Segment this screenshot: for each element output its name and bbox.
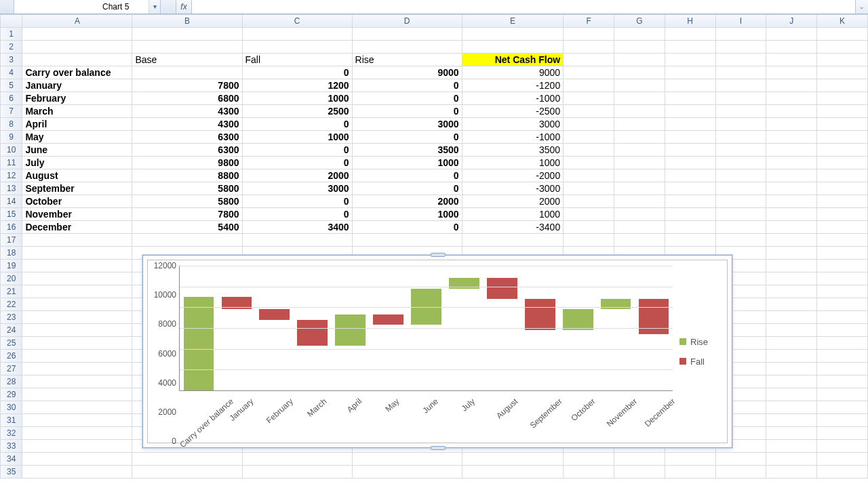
cell-K8[interactable] — [817, 118, 868, 131]
cell-K4[interactable] — [817, 66, 868, 79]
cell-K16[interactable] — [817, 221, 868, 234]
cell-D15[interactable]: 1000 — [352, 208, 462, 221]
cell-I15[interactable] — [715, 208, 766, 221]
row-header-25[interactable]: 25 — [1, 337, 22, 350]
cell-G2[interactable] — [614, 41, 665, 54]
cell-J16[interactable] — [766, 221, 817, 234]
cell-B6[interactable]: 6800 — [132, 92, 242, 105]
col-header-D[interactable]: D — [352, 15, 462, 28]
fx-icon[interactable]: fx — [176, 0, 192, 14]
cell-I4[interactable] — [715, 66, 766, 79]
plot-area[interactable] — [179, 266, 673, 391]
cell-A22[interactable] — [22, 298, 132, 311]
cell-K31[interactable] — [817, 414, 868, 427]
cell-G12[interactable] — [614, 169, 665, 182]
row-header-3[interactable]: 3 — [1, 54, 22, 66]
cell-F16[interactable] — [564, 221, 614, 234]
cell-K6[interactable] — [817, 92, 868, 105]
cell-J32[interactable] — [766, 427, 817, 440]
cell-I12[interactable] — [715, 169, 766, 182]
cell-B10[interactable]: 6300 — [132, 144, 242, 157]
cell-D11[interactable]: 1000 — [352, 157, 462, 169]
cell-H8[interactable] — [665, 118, 715, 131]
cell-K32[interactable] — [817, 427, 868, 440]
cell-B8[interactable]: 4300 — [132, 118, 242, 131]
cell-K17[interactable] — [817, 234, 868, 247]
cell-E34[interactable] — [462, 453, 564, 466]
cell-A26[interactable] — [22, 350, 132, 363]
cell-C12[interactable]: 2000 — [242, 169, 352, 182]
cell-F11[interactable] — [564, 157, 614, 169]
cell-F3[interactable] — [564, 54, 614, 66]
row-header-6[interactable]: 6 — [1, 92, 22, 105]
cell-E12[interactable]: -2000 — [462, 169, 564, 182]
cell-A30[interactable] — [22, 401, 132, 414]
row-header-11[interactable]: 11 — [1, 157, 22, 169]
cell-J3[interactable] — [766, 54, 817, 66]
cell-J23[interactable] — [766, 311, 817, 324]
cell-A21[interactable] — [22, 285, 132, 298]
cell-K5[interactable] — [817, 79, 868, 92]
cell-H4[interactable] — [665, 66, 715, 79]
cell-K29[interactable] — [817, 388, 868, 401]
row-header-27[interactable]: 27 — [1, 363, 22, 375]
cell-A32[interactable] — [22, 427, 132, 440]
cell-J25[interactable] — [766, 337, 817, 350]
cell-E15[interactable]: 1000 — [462, 208, 564, 221]
cell-A35[interactable] — [22, 466, 132, 479]
cell-J1[interactable] — [766, 28, 817, 41]
cell-B12[interactable]: 8800 — [132, 169, 242, 182]
cell-I8[interactable] — [715, 118, 766, 131]
col-header-F[interactable]: F — [564, 15, 614, 28]
cell-J34[interactable] — [766, 453, 817, 466]
cell-J13[interactable] — [766, 182, 817, 195]
cell-I2[interactable] — [715, 41, 766, 54]
cell-K10[interactable] — [817, 144, 868, 157]
cell-K19[interactable] — [817, 260, 868, 272]
cell-D13[interactable]: 0 — [352, 182, 462, 195]
cell-E3[interactable]: Net Cash Flow — [462, 54, 564, 66]
cell-A11[interactable]: July — [22, 157, 132, 169]
cell-C13[interactable]: 3000 — [242, 182, 352, 195]
cell-G6[interactable] — [614, 92, 665, 105]
cell-F5[interactable] — [564, 79, 614, 92]
cell-H16[interactable] — [665, 221, 715, 234]
cell-K13[interactable] — [817, 182, 868, 195]
cell-K3[interactable] — [817, 54, 868, 66]
cell-A27[interactable] — [22, 363, 132, 375]
col-header-E[interactable]: E — [462, 15, 564, 28]
cell-K27[interactable] — [817, 363, 868, 375]
cell-A13[interactable]: September — [22, 182, 132, 195]
cell-C17[interactable] — [242, 234, 352, 247]
row-header-28[interactable]: 28 — [1, 375, 22, 388]
cell-C7[interactable]: 2500 — [242, 105, 352, 118]
cell-J14[interactable] — [766, 195, 817, 208]
cell-J31[interactable] — [766, 414, 817, 427]
cell-E9[interactable]: -1000 — [462, 131, 564, 144]
row-header-32[interactable]: 32 — [1, 427, 22, 440]
cell-F15[interactable] — [564, 208, 614, 221]
name-box[interactable]: Chart 5 ▾ — [14, 0, 161, 14]
row-header-21[interactable]: 21 — [1, 285, 22, 298]
cell-F17[interactable] — [564, 234, 614, 247]
cell-I35[interactable] — [715, 466, 766, 479]
row-header-23[interactable]: 23 — [1, 311, 22, 324]
cell-D9[interactable]: 0 — [352, 131, 462, 144]
cell-K24[interactable] — [817, 324, 868, 337]
cell-D7[interactable]: 0 — [352, 105, 462, 118]
cell-H3[interactable] — [665, 54, 715, 66]
cell-A7[interactable]: March — [22, 105, 132, 118]
row-header-12[interactable]: 12 — [1, 169, 22, 182]
cell-H7[interactable] — [665, 105, 715, 118]
cell-K26[interactable] — [817, 350, 868, 363]
cell-C6[interactable]: 1000 — [242, 92, 352, 105]
row-header-4[interactable]: 4 — [1, 66, 22, 79]
cell-D4[interactable]: 9000 — [352, 66, 462, 79]
cell-I1[interactable] — [715, 28, 766, 41]
cell-K14[interactable] — [817, 195, 868, 208]
cell-J4[interactable] — [766, 66, 817, 79]
row-header-24[interactable]: 24 — [1, 324, 22, 337]
cell-D34[interactable] — [352, 453, 462, 466]
cell-I13[interactable] — [715, 182, 766, 195]
cell-H34[interactable] — [665, 453, 715, 466]
